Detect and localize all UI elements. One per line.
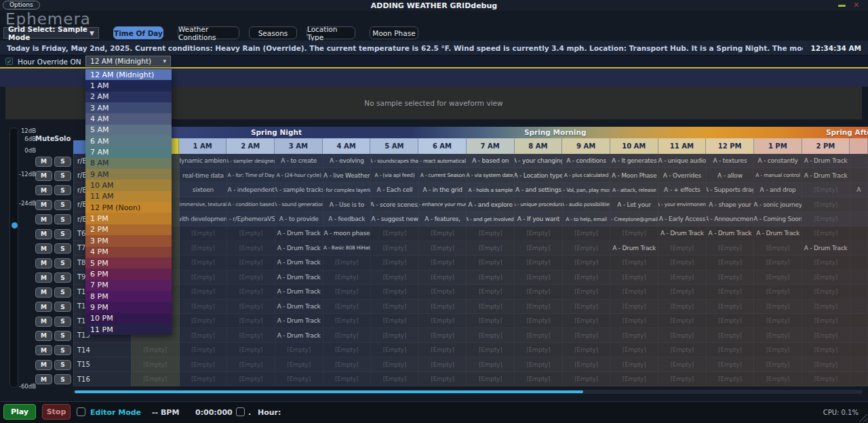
grid-cell[interactable]: [Empty] [563, 343, 611, 357]
solo-button[interactable]: S [54, 258, 71, 268]
grid-cell[interactable]: [Empty] [419, 270, 467, 285]
grid-cell[interactable]: A - and get involved! [467, 212, 515, 226]
hour-option[interactable]: 1 AM [85, 80, 172, 91]
grid-cell[interactable]: [Empty] [515, 372, 563, 386]
grid-cell[interactable]: A - Announcment [707, 212, 755, 226]
grid-cell[interactable]: A - Drum Track [707, 226, 755, 241]
grid-cell[interactable]: [Empty] [467, 328, 515, 342]
grid-cell[interactable] [850, 270, 868, 285]
solo-button[interactable]: S [54, 157, 71, 167]
grid-cell[interactable]: A - your envirmonent [658, 197, 707, 212]
grid-cell[interactable]: [Empty] [563, 372, 611, 386]
grid-cell[interactable]: A - sound generation [275, 197, 323, 212]
volume-fader-handle[interactable] [12, 222, 18, 228]
grid-cell[interactable]: with development [180, 212, 228, 226]
solo-button[interactable]: S [54, 287, 71, 298]
grid-cell[interactable]: [Empty] [227, 314, 275, 328]
grid-cell[interactable]: A - attack, release [610, 183, 658, 197]
grid-cell[interactable] [850, 285, 868, 299]
grid-cell[interactable]: A - Drum Track [275, 300, 323, 314]
hour-checkbox[interactable] [236, 407, 245, 416]
grid-cell[interactable]: [Empty] [227, 226, 275, 241]
grid-cell[interactable]: A - (24-hour cycle) [275, 168, 323, 182]
grid-cell[interactable]: [Empty] [515, 328, 563, 342]
grid-cell[interactable]: [Empty] [180, 270, 228, 285]
grid-cell[interactable]: [Empty] [467, 226, 515, 241]
grid-cell[interactable] [850, 197, 868, 212]
grid-cell[interactable]: A - and explore [467, 197, 515, 212]
grid-cell[interactable]: [Empty] [610, 328, 658, 342]
grid-cell[interactable]: [Empty] [180, 372, 228, 386]
grid-cell[interactable]: [Empty] [754, 256, 802, 270]
tab-time-of-day[interactable]: Time Of Day [113, 26, 163, 39]
hour-override-checkbox[interactable]: ✓ [5, 58, 13, 65]
grid-cell[interactable] [850, 357, 868, 371]
grid-cell[interactable]: [Empty] [707, 314, 755, 328]
grid-cell[interactable]: A - It generates [610, 154, 658, 168]
grid-cell[interactable]: A - Let your [610, 197, 658, 212]
hour-dropdown-control[interactable]: 12 AM (Midnight) ▾ [85, 56, 171, 66]
grid-cell[interactable]: [Empty] [658, 328, 707, 342]
mute-button[interactable]: M [35, 374, 52, 384]
tab-moon-phase[interactable]: Moon Phase [370, 26, 418, 39]
grid-cell[interactable]: A - for: Time of Day [227, 168, 275, 182]
hour-option[interactable]: 7 AM [85, 146, 172, 157]
grid-cell[interactable]: [Empty] [419, 328, 467, 342]
grid-cell[interactable] [850, 300, 868, 314]
grid-cell[interactable]: A - features, [419, 212, 467, 226]
grid-cell[interactable]: A - audio possibilities [563, 197, 611, 212]
grid-cell[interactable]: [Empty] [275, 343, 323, 357]
grid-cell[interactable]: [Empty] [563, 300, 611, 314]
grid-cell[interactable]: sixteen [180, 183, 228, 197]
grid-cell[interactable]: [Empty] [658, 241, 707, 256]
grid-cell[interactable]: A - Drum Track [802, 241, 850, 256]
grid-cell[interactable]: [Empty] [419, 314, 467, 328]
hour-option[interactable]: 12 PM (Noon) [85, 202, 172, 213]
hour-option[interactable]: 8 AM [85, 158, 172, 169]
hour-option[interactable]: 6 AM [85, 136, 172, 146]
grid-cell[interactable]: [Empty] [371, 343, 419, 357]
grid-cell[interactable]: [Empty] [658, 314, 707, 328]
grid-cell[interactable]: [Empty] [371, 314, 419, 328]
grid-cell[interactable]: A - Overrides [658, 168, 707, 182]
grid-cell[interactable]: [Empty] [610, 256, 658, 270]
grid-cell[interactable]: [Empty] [180, 300, 228, 314]
grid-cell[interactable]: [Empty] [707, 372, 755, 386]
grid-cell[interactable]: [Empty] [563, 314, 611, 328]
scrollbar-thumb[interactable] [75, 390, 583, 393]
solo-button[interactable]: S [54, 360, 71, 370]
grid-cell[interactable] [850, 256, 868, 270]
mute-button[interactable]: M [35, 302, 52, 312]
grid-cell[interactable]: [Empty] [754, 372, 802, 386]
grid-cell[interactable]: [Empty] [180, 256, 228, 270]
hour-option[interactable]: 10 AM [85, 180, 172, 190]
grid-cell[interactable]: [Empty] [658, 343, 707, 357]
grid-cell[interactable]: A - Drum Track [754, 226, 802, 241]
grid-cell[interactable]: [Empty] [371, 226, 419, 241]
mute-button[interactable]: M [35, 243, 52, 254]
grid-cell[interactable]: [Empty] [323, 314, 372, 328]
grid-cell[interactable]: A - + effects [658, 183, 707, 197]
grid-cell[interactable]: A - and settings [515, 183, 563, 197]
grid-cell[interactable]: [Empty] [371, 300, 419, 314]
grid-cell[interactable]: [Empty] [323, 270, 372, 285]
grid-cell[interactable]: [Empty] [515, 314, 563, 328]
hour-option[interactable]: 2 AM [85, 92, 172, 102]
grid-cell[interactable]: A - conditions [563, 154, 611, 168]
grid-cell[interactable]: A - to create [275, 154, 323, 168]
editor-mode-checkbox[interactable] [77, 407, 85, 416]
grid-cell[interactable]: A - Drum Track [275, 328, 323, 342]
grid-cell[interactable]: [Empty] [658, 300, 707, 314]
grid-cell[interactable]: [Empty] [802, 314, 850, 328]
grid-cell[interactable]: [Empty] [323, 256, 372, 270]
grid-cell[interactable]: A - condition based [227, 197, 275, 212]
grid-cell[interactable]: A - via system date, [467, 168, 515, 182]
grid-cell[interactable]: A - Drum Track [802, 168, 850, 182]
grid-cell[interactable]: [Empty] [707, 241, 755, 256]
grid-cell[interactable]: [Empty] [467, 372, 515, 386]
grid-cell[interactable] [850, 314, 868, 328]
grid-cell[interactable]: A - current Season [419, 168, 467, 182]
grid-cell[interactable]: [Empty] [515, 357, 563, 371]
grid-cell[interactable]: [Empty] [419, 343, 467, 357]
resize-grip-icon[interactable] [858, 413, 867, 422]
